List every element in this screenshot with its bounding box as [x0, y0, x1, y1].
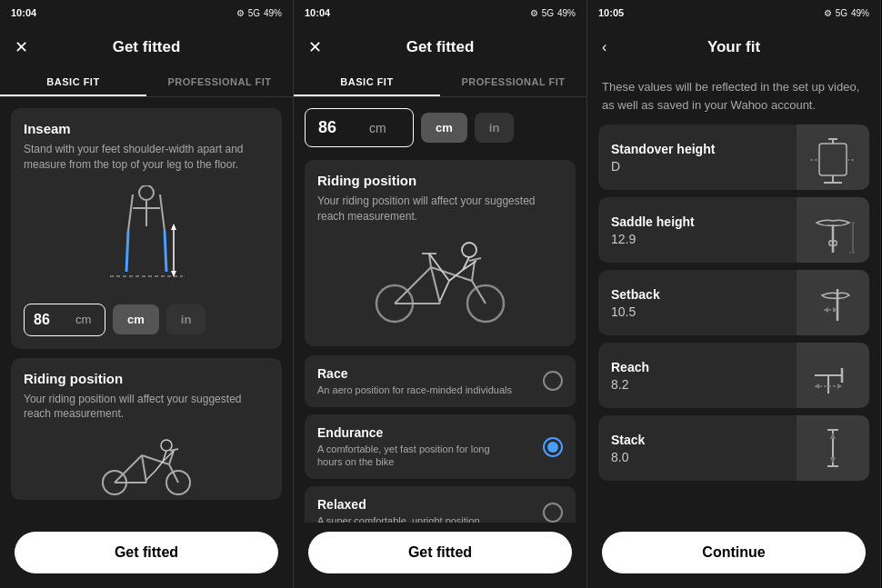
tab-basic-fit-2[interactable]: BASIC FIT: [294, 69, 440, 96]
standover-image: [797, 125, 869, 190]
svg-line-2: [160, 194, 165, 231]
in-button-1[interactable]: in: [166, 304, 206, 334]
get-fitted-button-1[interactable]: Get fitted: [15, 532, 278, 573]
svg-marker-9: [171, 224, 176, 230]
riding-position-card-1: Riding position Your riding position wil…: [11, 358, 282, 501]
standover-name: Standover height: [611, 142, 784, 156]
reach-svg: [806, 348, 860, 403]
rider-svg-1: [92, 433, 201, 496]
stack-name: Stack: [611, 433, 784, 447]
svg-point-20: [161, 440, 172, 451]
tab-professional-fit-1[interactable]: PROFESSIONAL FIT: [146, 69, 293, 96]
inseam-title: Inseam: [24, 121, 269, 136]
panel-3-title: Your fit: [707, 38, 760, 56]
inseam-unit-label: cm: [75, 313, 91, 326]
inseam-card: Inseam Stand with your feet shoulder-wid…: [11, 108, 282, 349]
svg-marker-56: [824, 307, 828, 313]
svg-line-22: [155, 462, 163, 471]
reach-value: 8.2: [611, 377, 784, 392]
panel-1-footer: Get fitted: [0, 523, 293, 588]
time-2: 10:04: [305, 7, 330, 18]
svg-line-19: [170, 449, 178, 451]
riding-title-2: Riding position: [317, 173, 563, 188]
riding-title-1: Riding position: [24, 371, 269, 386]
status-icons-2: ⚙ 5G 49%: [530, 8, 576, 18]
svg-marker-63: [837, 384, 842, 389]
svg-line-1: [126, 231, 128, 272]
close-button-1[interactable]: ✕: [15, 37, 28, 57]
panel-2-input-row: cm cm in: [305, 108, 576, 147]
setback-image: [797, 270, 869, 335]
back-button-3[interactable]: ‹: [602, 39, 606, 55]
tabs-2: BASIC FIT PROFESSIONAL FIT: [294, 69, 586, 97]
fit-item-setback-text: Setback 10.5: [598, 270, 797, 335]
fit-item-standover: Standover height D: [598, 125, 869, 190]
setback-value: 10.5: [611, 304, 784, 319]
close-button-2[interactable]: ✕: [308, 37, 322, 57]
status-bar-3: 10:05 ⚙ 5G 49%: [587, 0, 880, 25]
svg-marker-67: [830, 433, 836, 439]
panel-3-header: ‹ Your fit: [587, 25, 880, 69]
race-option-text: Race An aero position for race-minded in…: [317, 366, 512, 396]
saddle-name: Saddle height: [611, 214, 784, 229]
time-1: 10:04: [11, 7, 36, 18]
fit-item-stack: Stack 8.0: [598, 415, 869, 481]
tab-basic-fit-1[interactable]: BASIC FIT: [0, 69, 146, 96]
time-3: 10:05: [598, 7, 624, 18]
fit-items-list: Standover height D Saddle height 12.9: [587, 125, 880, 523]
relaxed-option-desc: A super comfortable, upright position: [317, 514, 480, 523]
panel-2-footer: Get fitted: [294, 523, 586, 588]
panel-2-get-fitted: 10:04 ⚙ 5G 49% ✕ Get fitted BASIC FIT PR…: [294, 0, 587, 588]
panel-1-get-fitted: 10:04 ⚙ 5G 49% ✕ Get fitted BASIC FIT PR…: [0, 0, 294, 588]
svg-line-29: [472, 281, 486, 304]
relaxed-option-text: Relaxed A super comfortable, upright pos…: [317, 497, 480, 523]
riding-figure-1: [24, 433, 269, 487]
svg-rect-42: [819, 144, 847, 175]
race-option-name: Race: [317, 366, 512, 381]
standover-value: D: [611, 159, 784, 174]
riding-desc-2: Your riding position will affect your su…: [317, 194, 563, 224]
stack-value: 8.0: [611, 450, 784, 464]
bike-figure-2: [317, 235, 563, 326]
saddle-image: [797, 197, 869, 263]
status-icons-1: ⚙ 5G 49%: [236, 8, 282, 18]
svg-marker-62: [815, 384, 819, 389]
inseam-input-row: cm cm in: [24, 304, 269, 336]
relaxed-option[interactable]: Relaxed A super comfortable, upright pos…: [305, 486, 576, 523]
continue-button[interactable]: Continue: [602, 532, 866, 573]
panel-2-input-box[interactable]: cm: [305, 108, 414, 147]
endurance-option-text: Endurance A comfortable, yet fast positi…: [317, 425, 517, 469]
inseam-input[interactable]: [34, 312, 70, 328]
status-bar-1: 10:04 ⚙ 5G 49%: [0, 0, 293, 25]
inseam-svg: [101, 185, 192, 290]
svg-line-41: [440, 281, 449, 301]
fit-item-saddle: Saddle height 12.9: [598, 197, 869, 263]
signal-icon: 5G: [248, 8, 260, 18]
panel-2-header: ✕ Get fitted: [294, 25, 586, 69]
fit-item-reach-text: Reach 8.2: [598, 343, 797, 408]
in-button-2[interactable]: in: [475, 113, 515, 143]
status-bar-2: 10:04 ⚙ 5G 49%: [294, 0, 586, 25]
cm-button-1[interactable]: cm: [113, 304, 159, 334]
tabs-1: BASIC FIT PROFESSIONAL FIT: [0, 69, 293, 97]
race-option[interactable]: Race An aero position for race-minded in…: [305, 355, 576, 407]
battery-icon-3: 49%: [851, 8, 869, 18]
saddle-value: 12.9: [611, 232, 784, 246]
signal-icon-3: 5G: [836, 8, 847, 18]
fit-item-stack-text: Stack 8.0: [598, 415, 797, 481]
bike-svg-2: [367, 235, 513, 326]
panel-3-your-fit: 10:05 ⚙ 5G 49% ‹ Your fit These values w…: [587, 0, 881, 588]
panel-3-footer: Continue: [587, 523, 880, 588]
inseam-input-box[interactable]: cm: [24, 304, 105, 336]
get-fitted-button-2[interactable]: Get fitted: [308, 532, 572, 573]
tab-professional-fit-2[interactable]: PROFESSIONAL FIT: [440, 69, 586, 96]
panel-2-title: Get fitted: [406, 38, 475, 56]
your-fit-description: These values will be reflected in the se…: [587, 69, 880, 125]
setback-name: Setback: [611, 287, 784, 302]
svg-line-30: [431, 267, 440, 304]
panel-2-input[interactable]: [318, 118, 362, 137]
svg-line-0: [128, 194, 133, 231]
endurance-option[interactable]: Endurance A comfortable, yet fast positi…: [305, 414, 576, 480]
cm-button-2[interactable]: cm: [421, 113, 467, 143]
svg-line-24: [146, 471, 155, 480]
